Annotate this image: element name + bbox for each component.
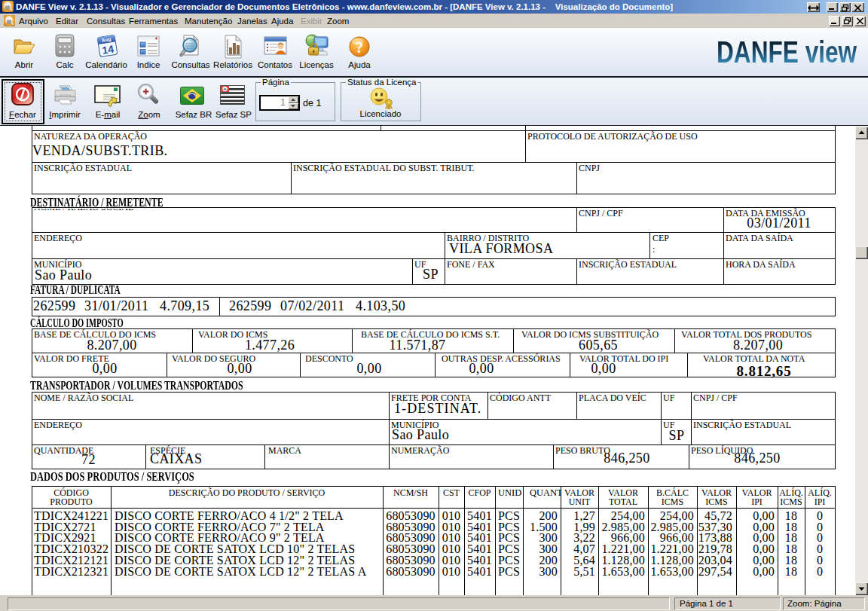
svg-text:14: 14 [101, 43, 115, 57]
svg-text:?: ? [356, 39, 363, 56]
